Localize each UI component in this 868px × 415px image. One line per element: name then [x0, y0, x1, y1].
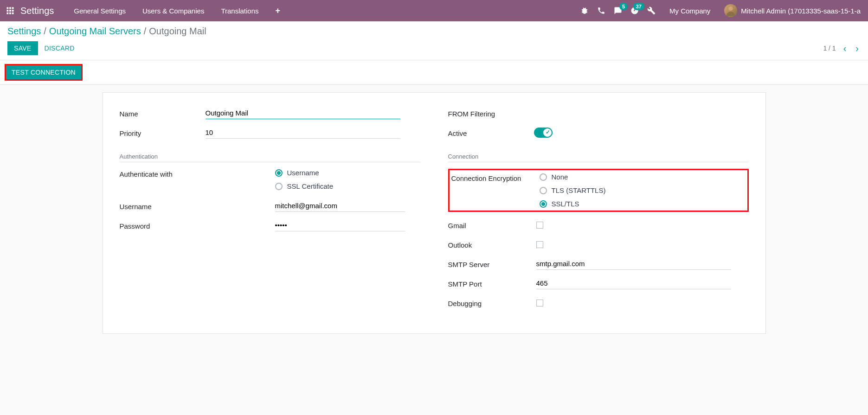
username-input[interactable] — [275, 200, 405, 212]
svg-rect-3 — [7, 10, 9, 12]
radio-checked-icon — [275, 169, 283, 177]
check-icon: ✓ — [546, 129, 550, 135]
password-input[interactable] — [275, 219, 405, 231]
avatar — [724, 4, 737, 17]
svg-rect-2 — [12, 7, 14, 9]
pager-prev-icon[interactable]: ‹ — [842, 43, 849, 54]
highlight-connection-encryption: Connection Encryption None TLS (STARTTLS… — [448, 169, 749, 212]
name-input[interactable] — [206, 107, 400, 119]
systray: 5 37 My Company Mitchell Admin (17013335… — [580, 4, 861, 17]
form-right-column: FROM Filtering Active ✓ Connection Conne… — [448, 106, 749, 315]
messaging-icon[interactable]: 5 — [614, 6, 622, 15]
svg-rect-0 — [7, 7, 9, 9]
svg-rect-1 — [9, 7, 11, 9]
radio-checked-icon — [540, 200, 547, 208]
debugging-checkbox[interactable] — [536, 300, 543, 306]
auth-radio-ssl-cert[interactable]: SSL Certificate — [275, 182, 420, 190]
svg-rect-5 — [12, 10, 14, 12]
outlook-label: Outlook — [448, 240, 536, 249]
phone-icon[interactable] — [597, 6, 605, 15]
menu-translations[interactable]: Translations — [212, 0, 267, 21]
conn-encryption-label: Connection Encryption — [451, 173, 540, 182]
enc-radio-none[interactable]: None — [540, 173, 746, 181]
company-selector[interactable]: My Company — [669, 7, 710, 15]
svg-rect-8 — [12, 13, 14, 14]
priority-label: Priority — [120, 128, 206, 137]
gmail-label: Gmail — [448, 220, 536, 230]
pager: 1 / 1 ‹ › — [823, 43, 861, 54]
breadcrumb-settings[interactable]: Settings — [7, 26, 41, 37]
svg-point-9 — [729, 6, 733, 11]
breadcrumb-mail-servers[interactable]: Outgoing Mail Servers — [49, 26, 141, 37]
debug-icon[interactable] — [580, 6, 589, 15]
username-label: Username — [120, 201, 206, 211]
app-brand[interactable]: Settings — [20, 6, 54, 16]
priority-input[interactable] — [206, 127, 400, 139]
tools-icon[interactable] — [647, 6, 656, 15]
form-sheet: Name Priority Authentication Authenticat… — [103, 92, 766, 334]
user-name: Mitchell Admin (17013335-saas-15-1-a — [741, 7, 861, 15]
smtp-server-label: SMTP Server — [448, 259, 536, 268]
name-label: Name — [120, 109, 206, 118]
smtp-port-input[interactable] — [536, 277, 731, 289]
authentication-section: Authentication — [120, 153, 420, 162]
breadcrumb-current: Outgoing Mail — [149, 26, 206, 37]
enc-radio-ssl[interactable]: SSL/TLS — [540, 200, 746, 208]
test-connection-button[interactable]: Test Connection — [6, 65, 81, 79]
control-panel: Settings / Outgoing Mail Servers / Outgo… — [0, 21, 868, 60]
top-navbar: Settings General Settings Users & Compan… — [0, 0, 868, 21]
svg-rect-4 — [9, 10, 11, 12]
auth-radio-username[interactable]: Username — [275, 169, 420, 177]
authenticate-with-label: Authenticate with — [120, 169, 206, 178]
activities-badge: 37 — [633, 3, 644, 10]
activities-icon[interactable]: 37 — [630, 6, 639, 15]
form-left-column: Name Priority Authentication Authenticat… — [120, 106, 420, 315]
radio-unchecked-icon — [540, 173, 547, 181]
discard-button[interactable]: Discard — [38, 41, 81, 55]
outlook-checkbox[interactable] — [536, 241, 543, 248]
breadcrumb: Settings / Outgoing Mail Servers / Outgo… — [7, 26, 861, 37]
breadcrumb-sep: / — [44, 26, 46, 37]
encryption-radio-group: None TLS (STARTTLS) SSL/TLS — [540, 173, 746, 208]
messaging-badge: 5 — [619, 3, 628, 10]
enc-radio-tls[interactable]: TLS (STARTTLS) — [540, 186, 746, 194]
active-label: Active — [448, 128, 534, 137]
connection-section: Connection — [448, 153, 749, 162]
auth-radio-group: Username SSL Certificate — [275, 169, 420, 190]
smtp-port-label: SMTP Port — [448, 279, 536, 288]
save-button[interactable]: Save — [7, 41, 38, 55]
breadcrumb-sep: / — [144, 26, 147, 37]
radio-unchecked-icon — [540, 187, 547, 194]
svg-rect-6 — [7, 13, 9, 14]
pager-next-icon[interactable]: › — [854, 43, 861, 54]
smtp-server-input[interactable] — [536, 258, 731, 270]
apps-icon[interactable] — [4, 4, 17, 17]
statusbar: Test Connection — [0, 60, 868, 85]
user-menu[interactable]: Mitchell Admin (17013335-saas-15-1-a — [724, 4, 861, 17]
highlight-test-connection: Test Connection — [5, 64, 83, 81]
menu-general-settings[interactable]: General Settings — [65, 0, 134, 21]
svg-rect-7 — [9, 13, 11, 14]
menu-users-companies[interactable]: Users & Companies — [134, 0, 212, 21]
from-filtering-label: FROM Filtering — [448, 109, 534, 118]
menu-add-icon[interactable]: + — [267, 0, 289, 21]
debugging-label: Debugging — [448, 298, 536, 307]
top-menu: General Settings Users & Companies Trans… — [65, 0, 289, 21]
active-toggle[interactable]: ✓ — [534, 128, 553, 138]
radio-unchecked-icon — [275, 183, 283, 190]
pager-text: 1 / 1 — [823, 45, 836, 52]
gmail-checkbox[interactable] — [536, 222, 543, 229]
password-label: Password — [120, 221, 206, 230]
